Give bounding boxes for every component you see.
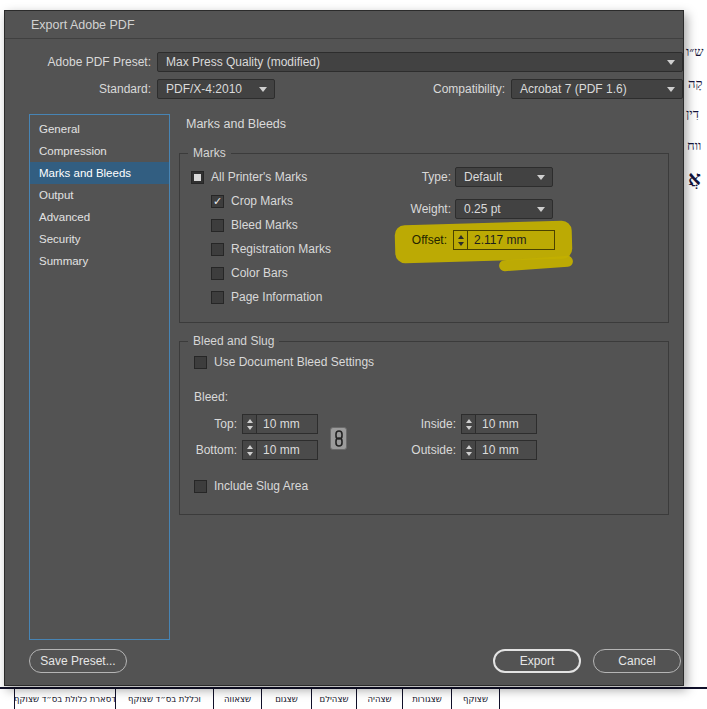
panel-title: Marks and Bleeds [186,117,286,131]
type-value: Default [464,170,502,184]
preset-label: Adobe PDF Preset: [25,52,151,72]
bleed-top-label: Top: [197,414,237,434]
offset-value[interactable]: 2.117 mm [468,231,526,249]
type-dropdown[interactable]: Default [455,167,553,187]
bg-table-filler [500,689,707,709]
checkbox-label: Include Slug Area [214,479,308,493]
bg-table-cell: שצאווה [214,689,262,709]
bleed-outside-label: Outside: [396,440,456,460]
export-button[interactable]: Export [493,649,581,673]
sidebar-item-output[interactable]: Output [30,184,169,206]
checkbox-label: Page Information [231,290,322,304]
bleed-top-value[interactable]: 10 mm [257,415,300,433]
checkbox-box [194,356,207,369]
dialog-sidebar: General Compression Marks and Bleeds Out… [29,114,170,640]
bg-table-cell: שצהילם [312,689,357,709]
sidebar-item-security[interactable]: Security [30,228,169,250]
chevron-down-icon [259,87,267,92]
bg-hebrew-fragment: דִין [686,106,699,122]
bleed-bottom-stepper[interactable]: 10 mm [242,440,318,460]
chain-link-icon [334,430,344,447]
sidebar-item-marks-and-bleeds[interactable]: Marks and Bleeds [30,162,169,184]
dialog-title: Export Adobe PDF [31,18,135,32]
checkbox-box [211,219,224,232]
crop-marks-checkbox[interactable]: Crop Marks [211,190,293,212]
use-document-bleed-checkbox[interactable]: Use Document Bleed Settings [194,351,374,373]
sidebar-item-summary[interactable]: Summary [30,250,169,272]
checkbox-label: All Printer's Marks [211,170,307,184]
export-adobe-pdf-dialog: Export Adobe PDF Adobe PDF Preset: Max P… [4,10,684,686]
page-information-checkbox[interactable]: Page Information [211,286,322,308]
chevron-down-icon [537,175,545,180]
weight-label: Weight: [385,199,451,219]
checkbox-label: Bleed Marks [231,218,298,232]
pdf-preset-dropdown[interactable]: Max Press Quality (modified) [157,52,683,72]
bleed-marks-checkbox[interactable]: Bleed Marks [211,214,298,236]
sidebar-item-general[interactable]: General [30,118,169,140]
type-label: Type: [385,167,451,187]
compatibility-value: Acrobat 7 (PDF 1.6) [520,82,627,96]
standard-value: PDF/X-4:2010 [166,82,242,96]
include-slug-area-checkbox[interactable]: Include Slug Area [194,475,308,497]
chevron-down-icon [667,87,675,92]
bg-table-cell: וכללת בס״ד שצוקף [116,689,214,709]
checkbox-label: Registration Marks [231,242,331,256]
bg-document-table-row: דסארת כלולת בס״ד שצוקף וכללת בס״ד שצוקף … [0,687,707,709]
sidebar-item-advanced[interactable]: Advanced [30,206,169,228]
checkbox-box [194,480,207,493]
bg-table-cell: שצגום [262,689,312,709]
bg-table-cell: שצגורות [403,689,452,709]
sidebar-item-compression[interactable]: Compression [30,140,169,162]
registration-marks-checkbox[interactable]: Registration Marks [211,238,331,260]
standard-label: Standard: [65,79,151,99]
bg-table-spacer [0,689,14,709]
bleed-section-label: Bleed: [194,387,254,407]
link-bleed-values-icon[interactable] [330,427,347,450]
compatibility-dropdown[interactable]: Acrobat 7 (PDF 1.6) [511,79,683,99]
checkbox-label: Use Document Bleed Settings [214,355,374,369]
bleed-bottom-value[interactable]: 10 mm [257,441,300,459]
stepper-arrows-icon[interactable] [454,231,468,249]
bg-hebrew-fragment: קָה [688,76,702,92]
save-preset-button[interactable]: Save Preset... [29,649,127,673]
marks-group-title: Marks [188,145,231,161]
cancel-button[interactable]: Cancel [593,649,681,673]
stepper-arrows-icon[interactable] [243,415,257,433]
bg-hebrew-fragment: אֲ [688,166,701,190]
all-printers-marks-checkbox[interactable]: All Printer's Marks [191,166,307,188]
offset-stepper[interactable]: 2.117 mm [453,230,555,250]
bleed-outside-value[interactable]: 10 mm [476,441,519,459]
checkbox-box [211,243,224,256]
bleed-group-title: Bleed and Slug [188,333,279,349]
bleed-top-stepper[interactable]: 10 mm [242,414,318,434]
stepper-arrows-icon[interactable] [462,415,476,433]
offset-label: Offset: [381,230,447,250]
bg-table-cell: שצוקף [452,689,500,709]
color-bars-checkbox[interactable]: Color Bars [211,262,288,284]
bleed-bottom-label: Bottom: [187,440,237,460]
checkbox-box [211,195,224,208]
bleed-outside-stepper[interactable]: 10 mm [461,440,537,460]
chevron-down-icon [537,207,545,212]
pdf-preset-value: Max Press Quality (modified) [166,55,320,69]
weight-dropdown[interactable]: 0.25 pt [455,199,553,219]
dialog-titlebar: Export Adobe PDF [5,11,683,39]
checkbox-label: Crop Marks [231,194,293,208]
bg-hebrew-fragment: ש״ו [686,44,703,60]
checkbox-box [211,291,224,304]
compatibility-label: Compatibility: [385,79,505,99]
checkbox-box [211,267,224,280]
bleed-inside-value[interactable]: 10 mm [476,415,519,433]
bg-table-cell: דסארת כלולת בס״ד שצוקף [14,689,116,709]
stepper-arrows-icon[interactable] [462,441,476,459]
stepper-arrows-icon[interactable] [243,441,257,459]
checkbox-box [191,171,204,184]
bg-hebrew-fragment: ווח [687,138,701,154]
bg-table-cell: שצהיה [357,689,403,709]
standard-dropdown[interactable]: PDF/X-4:2010 [157,79,275,99]
checkbox-label: Color Bars [231,266,288,280]
bleed-inside-stepper[interactable]: 10 mm [461,414,537,434]
weight-value: 0.25 pt [464,202,501,216]
bleed-inside-label: Inside: [396,414,456,434]
chevron-down-icon [667,60,675,65]
